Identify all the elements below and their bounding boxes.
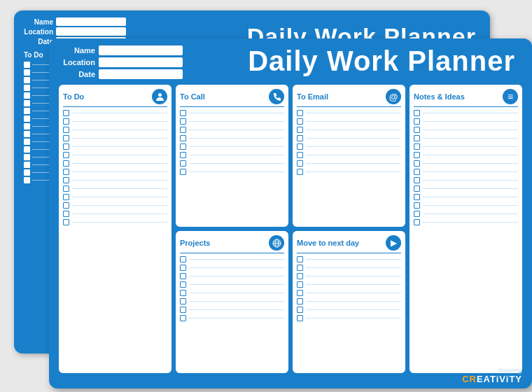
checkbox[interactable] (297, 307, 303, 313)
checkbox[interactable] (24, 146, 30, 153)
checkbox[interactable] (63, 110, 69, 116)
checkbox[interactable] (180, 110, 186, 116)
checkbox[interactable] (24, 154, 30, 160)
list-item (414, 160, 518, 167)
checkbox[interactable] (180, 144, 186, 150)
checkbox[interactable] (297, 256, 303, 262)
back-name-row: Name (24, 18, 136, 26)
checkbox[interactable] (24, 77, 30, 83)
checkbox[interactable] (180, 127, 186, 133)
checkbox[interactable] (63, 202, 69, 209)
list-item (63, 186, 167, 192)
checkbox[interactable] (24, 139, 30, 145)
checkbox[interactable] (414, 211, 420, 217)
svg-point-0 (158, 93, 162, 97)
checkbox[interactable] (414, 186, 420, 192)
list-item (63, 127, 167, 133)
front-date-input[interactable] (99, 69, 183, 79)
checkbox[interactable] (63, 160, 69, 167)
back-location-input[interactable] (56, 27, 126, 36)
checkbox[interactable] (297, 118, 303, 125)
checkbox[interactable] (414, 169, 420, 175)
checkbox[interactable] (297, 290, 303, 296)
checkbox[interactable] (414, 152, 420, 158)
checkbox[interactable] (297, 273, 303, 279)
checkbox[interactable] (297, 281, 303, 288)
checkbox[interactable] (180, 160, 186, 167)
checkbox[interactable] (297, 127, 303, 133)
checkbox[interactable] (63, 152, 69, 158)
checkbox[interactable] (414, 144, 420, 150)
checkbox[interactable] (63, 118, 69, 125)
checkbox[interactable] (297, 110, 303, 116)
back-location-label: Location (24, 28, 53, 36)
toemail-rows (297, 110, 401, 224)
checkbox[interactable] (180, 152, 186, 158)
checkbox[interactable] (297, 144, 303, 150)
checkbox[interactable] (180, 273, 186, 279)
checkbox[interactable] (180, 298, 186, 304)
back-name-input[interactable] (56, 18, 126, 26)
checkbox[interactable] (414, 194, 420, 200)
checkbox[interactable] (180, 118, 186, 125)
checkbox[interactable] (24, 108, 30, 114)
checkbox[interactable] (24, 115, 30, 122)
checkbox[interactable] (180, 281, 186, 288)
checkbox[interactable] (414, 177, 420, 183)
checkbox[interactable] (297, 265, 303, 271)
checkbox[interactable] (24, 123, 30, 130)
checkbox[interactable] (63, 186, 69, 192)
list-item (297, 298, 401, 304)
tocall-rows (180, 110, 284, 224)
projects-section: Projects (176, 231, 288, 373)
list-item (180, 315, 284, 321)
front-name-input[interactable] (99, 46, 183, 55)
checkbox[interactable] (180, 315, 186, 321)
checkbox[interactable] (297, 135, 303, 141)
checkbox[interactable] (63, 194, 69, 200)
checkbox[interactable] (180, 290, 186, 296)
checkbox[interactable] (414, 110, 420, 116)
checkbox[interactable] (24, 169, 30, 176)
phone-icon (269, 89, 284, 104)
checkbox[interactable] (180, 265, 186, 271)
list-item (180, 160, 284, 167)
checkbox[interactable] (24, 100, 30, 106)
checkbox[interactable] (414, 127, 420, 133)
checkbox[interactable] (24, 92, 30, 99)
list-item (297, 307, 401, 313)
checkbox[interactable] (63, 177, 69, 183)
checkbox[interactable] (297, 315, 303, 321)
checkbox[interactable] (414, 118, 420, 125)
checkbox[interactable] (414, 219, 420, 225)
checkbox[interactable] (24, 131, 30, 137)
checkbox[interactable] (24, 177, 30, 183)
checkbox[interactable] (63, 144, 69, 150)
checkbox[interactable] (180, 135, 186, 141)
movenext-section: Move to next day ▶ (293, 231, 405, 373)
checkbox[interactable] (297, 152, 303, 158)
checkbox[interactable] (180, 169, 186, 175)
checkbox[interactable] (63, 219, 69, 225)
checkbox[interactable] (297, 160, 303, 167)
list-item (180, 298, 284, 304)
checkbox[interactable] (414, 202, 420, 209)
scene: Name Location Date Daily Work Planner To… (14, 10, 518, 382)
checkbox[interactable] (63, 211, 69, 217)
list-item (414, 202, 518, 209)
checkbox[interactable] (297, 169, 303, 175)
checkbox[interactable] (297, 298, 303, 304)
checkbox[interactable] (24, 85, 30, 91)
checkbox[interactable] (24, 69, 30, 76)
checkbox[interactable] (24, 62, 30, 68)
checkbox[interactable] (63, 169, 69, 175)
checkbox[interactable] (414, 135, 420, 141)
card-front: Name Location Date Daily Work Planner T (49, 38, 532, 388)
checkbox[interactable] (180, 256, 186, 262)
front-location-input[interactable] (99, 57, 183, 67)
checkbox[interactable] (414, 160, 420, 167)
checkbox[interactable] (180, 307, 186, 313)
checkbox[interactable] (63, 127, 69, 133)
checkbox[interactable] (63, 135, 69, 141)
checkbox[interactable] (24, 162, 30, 168)
